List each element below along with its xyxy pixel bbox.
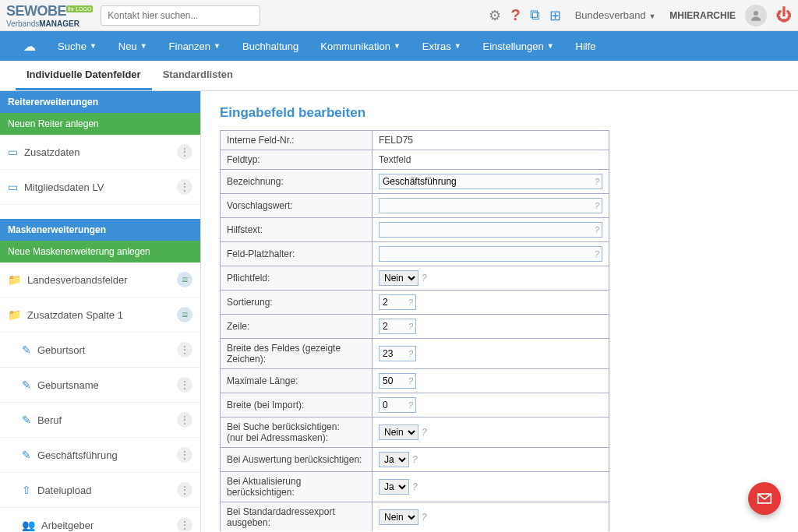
chat-fab-button[interactable] xyxy=(748,482,781,515)
more-icon[interactable]: ⋮ xyxy=(177,517,192,531)
new-reiter-button[interactable]: Neuen Reiter anlegen xyxy=(0,113,200,135)
more-icon[interactable]: ≡ xyxy=(177,272,192,287)
pflichtfeld-select[interactable]: Nein xyxy=(379,270,418,286)
help-hint-icon[interactable]: ? xyxy=(595,201,599,210)
bei-aktualisierung-select[interactable]: Ja xyxy=(379,479,409,495)
edit-icon: ✎ xyxy=(22,344,31,356)
main-nav: ☁ Suche▼ Neu▼ Finanzen▼ Buchhaltung Komm… xyxy=(0,31,798,61)
content: Eingabefeld bearbeiten Interne Feld-Nr.:… xyxy=(201,91,798,531)
sidebar-item-mitgliedsdaten[interactable]: ▭Mitgliedsdaten LV⋮ xyxy=(0,170,200,205)
sidebar-item-geburtsname[interactable]: ✎Geburtsname⋮ xyxy=(0,368,200,403)
vorschlagswert-input[interactable] xyxy=(379,198,602,213)
user-label: MHIERARCHIE xyxy=(669,10,736,21)
help-hint-icon[interactable]: ? xyxy=(412,481,418,492)
help-hint-icon[interactable]: ? xyxy=(595,225,599,234)
bezeichnung-input[interactable] xyxy=(379,174,602,189)
more-icon[interactable]: ⋮ xyxy=(177,144,192,160)
help-hint-icon[interactable]: ? xyxy=(422,512,427,523)
sidebar-item-dateiupload[interactable]: ⇧Dateiupload⋮ xyxy=(0,473,200,508)
logo-badge: Ihr LOGO xyxy=(66,5,93,12)
help-hint-icon[interactable]: ? xyxy=(408,349,413,358)
tab-individuelle-datenfelder[interactable]: Individuelle Datenfelder xyxy=(16,61,152,90)
more-icon[interactable]: ⋮ xyxy=(177,482,192,498)
help-hint-icon[interactable]: ? xyxy=(408,298,413,307)
nav-einstellungen[interactable]: Einstellungen▼ xyxy=(483,41,554,52)
more-icon[interactable]: ⋮ xyxy=(177,377,192,393)
folder-icon: 📁 xyxy=(8,308,21,321)
sidebar-item-geburtsort[interactable]: ✎Geburtsort⋮ xyxy=(0,333,200,368)
help-hint-icon[interactable]: ? xyxy=(595,249,599,259)
section-maskenerweiterungen: Maskenerweiterungen xyxy=(0,219,200,241)
nav-buchhaltung[interactable]: Buchhaltung xyxy=(242,41,298,52)
help-icon[interactable]: ? xyxy=(510,6,520,24)
edit-icon: ✎ xyxy=(22,414,31,426)
platzhalter-input[interactable] xyxy=(379,246,602,262)
tab-standardlisten[interactable]: Standardlisten xyxy=(152,61,244,90)
form-title: Eingabefeld bearbeiten xyxy=(220,105,779,121)
edit-icon: ✎ xyxy=(22,449,31,461)
org-selector[interactable]: Bundesverband ▼ xyxy=(570,7,661,23)
sidebar-item-zusatzdaten[interactable]: ▭Zusatzdaten⋮ xyxy=(0,135,200,170)
tab-icon: ▭ xyxy=(8,181,18,193)
sidebar-item-arbeitgeber[interactable]: 👥Arbeitgeber⋮ xyxy=(0,508,200,531)
subtabs: Individuelle Datenfelder Standardlisten xyxy=(0,61,798,91)
tab-icon: ▭ xyxy=(8,146,18,158)
bei-standardexport-select[interactable]: Nein xyxy=(379,509,418,525)
more-icon[interactable]: ≡ xyxy=(177,307,192,322)
logo-main: SEWOBE xyxy=(6,3,66,19)
bei-suche-select[interactable]: Nein xyxy=(379,425,418,440)
sidebar-item-geschaeftsfuehrung[interactable]: ✎Geschäftsführung⋮ xyxy=(0,438,200,473)
interne-feldnr-value: FELD75 xyxy=(373,131,609,150)
devices-icon[interactable]: ⧉ xyxy=(530,7,540,23)
help-hint-icon[interactable]: ? xyxy=(422,273,427,284)
nav-hilfe[interactable]: Hilfe xyxy=(576,41,596,52)
svg-point-0 xyxy=(754,11,758,16)
nav-suche[interactable]: Suche▼ xyxy=(58,41,97,52)
nav-neu[interactable]: Neu▼ xyxy=(118,41,147,52)
edit-icon: ✎ xyxy=(22,379,31,391)
hierarchy-icon[interactable]: ⊞ xyxy=(549,7,561,24)
help-hint-icon[interactable]: ? xyxy=(408,322,413,331)
help-hint-icon[interactable]: ? xyxy=(408,400,413,410)
sidebar-folder-zusatzdaten-spalte1[interactable]: 📁Zusatzdaten Spalte 1≡ xyxy=(0,298,200,333)
help-hint-icon[interactable]: ? xyxy=(422,427,427,438)
help-hint-icon[interactable]: ? xyxy=(412,454,418,465)
new-masken-button[interactable]: Neue Maskenerweiterung anlegen xyxy=(0,241,200,262)
feldtyp-value: Textfeld xyxy=(373,150,609,170)
help-hint-icon[interactable]: ? xyxy=(595,177,599,186)
nav-finanzen[interactable]: Finanzen▼ xyxy=(169,41,221,52)
sidebar-folder-landesverbandsfelder[interactable]: 📁Landesverbandsfelder≡ xyxy=(0,262,200,298)
field-form: Interne Feld-Nr.:FELD75 Feldtyp:Textfeld… xyxy=(220,130,609,531)
more-icon[interactable]: ⋮ xyxy=(177,342,192,358)
nav-home-icon[interactable]: ☁ xyxy=(23,39,36,54)
people-icon: 👥 xyxy=(22,519,35,531)
folder-icon: 📁 xyxy=(8,273,21,286)
hilfstext-input[interactable] xyxy=(379,222,602,238)
nav-kommunikation[interactable]: Kommunikation▼ xyxy=(320,41,401,52)
more-icon[interactable]: ⋮ xyxy=(177,447,192,463)
more-icon[interactable]: ⋮ xyxy=(177,179,192,195)
avatar[interactable] xyxy=(745,5,767,26)
search-input[interactable] xyxy=(101,5,260,26)
upload-icon: ⇧ xyxy=(22,484,31,496)
topbar: SEWOBEIhr LOGO VerbandsMANAGER ⚙ ? ⧉ ⊞ B… xyxy=(0,0,798,31)
nav-extras[interactable]: Extras▼ xyxy=(422,41,461,52)
sidebar: Reitererweiterungen Neuen Reiter anlegen… xyxy=(0,91,201,531)
section-reitererweiterungen: Reitererweiterungen xyxy=(0,91,200,113)
more-icon[interactable]: ⋮ xyxy=(177,412,192,428)
bei-auswertung-select[interactable]: Ja xyxy=(379,452,409,467)
gear-icon[interactable]: ⚙ xyxy=(489,7,501,24)
help-hint-icon[interactable]: ? xyxy=(408,376,413,386)
envelope-icon xyxy=(757,491,772,506)
search-box xyxy=(101,5,260,26)
sidebar-item-beruf[interactable]: ✎Beruf⋮ xyxy=(0,403,200,438)
logo[interactable]: SEWOBEIhr LOGO VerbandsMANAGER xyxy=(6,3,93,28)
logout-icon[interactable]: ⏻ xyxy=(776,6,792,24)
